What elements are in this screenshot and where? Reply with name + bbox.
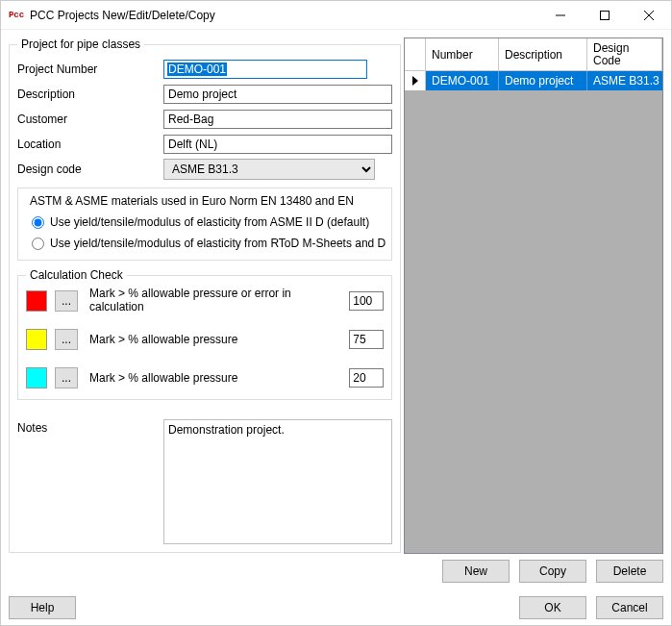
- calc-label-1: Mark > % allowable pressure or error in …: [86, 288, 341, 314]
- grid-cell-description: Demo project: [499, 71, 587, 90]
- app-icon: Pcc: [9, 8, 24, 23]
- svg-rect-1: [601, 11, 610, 19]
- customer-input[interactable]: [163, 110, 392, 129]
- minimize-button[interactable]: [538, 1, 583, 29]
- design-code-select[interactable]: ASME B31.3: [163, 159, 375, 180]
- project-number-value: DEMO-001: [167, 63, 227, 76]
- calc-value-3[interactable]: [349, 368, 384, 388]
- label-notes: Notes: [17, 419, 160, 544]
- label-location: Location: [17, 138, 160, 151]
- calc-check-title: Calculation Check: [26, 268, 127, 282]
- help-button[interactable]: Help: [9, 596, 76, 619]
- copy-button[interactable]: Copy: [519, 560, 586, 583]
- grid-cell-number: DEMO-001: [426, 71, 499, 90]
- maximize-button[interactable]: [583, 1, 627, 29]
- grid-header-code[interactable]: Design Code: [587, 38, 662, 71]
- projects-grid[interactable]: Number Description Design Code DEMO-001 …: [404, 38, 663, 554]
- materials-radio-asme[interactable]: [32, 216, 44, 229]
- calc-color-red[interactable]: [26, 290, 47, 312]
- grid-cell-code: ASME B31.3: [587, 71, 662, 90]
- label-description: Description: [17, 88, 160, 101]
- delete-button[interactable]: Delete: [596, 560, 663, 583]
- cancel-button[interactable]: Cancel: [596, 596, 663, 619]
- materials-header: ASTM & ASME materials used in Euro Norm …: [24, 192, 386, 212]
- grid-row-marker: [405, 71, 426, 90]
- close-button[interactable]: [627, 1, 671, 29]
- project-groupbox: Project for pipe classes Project Number …: [9, 38, 401, 553]
- calc-color-pick-cyan[interactable]: ...: [55, 367, 78, 388]
- calc-color-cyan[interactable]: [26, 367, 47, 388]
- project-number-input[interactable]: DEMO-001: [163, 60, 367, 79]
- location-input[interactable]: [163, 135, 392, 154]
- grid-row[interactable]: DEMO-001 Demo project ASME B31.3: [405, 71, 662, 90]
- calc-check-groupbox: Calculation Check ... Mark > % allowable…: [17, 268, 392, 400]
- description-input[interactable]: [163, 85, 392, 104]
- titlebar: Pcc PCC Projects New/Edit/Delete/Copy: [1, 1, 671, 30]
- calc-color-yellow[interactable]: [26, 329, 47, 350]
- window-title: PCC Projects New/Edit/Delete/Copy: [30, 9, 538, 22]
- calc-color-pick-yellow[interactable]: ...: [55, 329, 78, 350]
- grid-header-number[interactable]: Number: [426, 38, 499, 71]
- label-customer: Customer: [17, 113, 160, 126]
- new-button[interactable]: New: [442, 560, 510, 583]
- label-project-number: Project Number: [17, 63, 160, 76]
- calc-label-2: Mark > % allowable pressure: [86, 333, 341, 346]
- calc-value-2[interactable]: [349, 330, 384, 349]
- notes-textarea[interactable]: Demonstration project.: [163, 419, 392, 544]
- grid-header-description[interactable]: Description: [499, 38, 587, 71]
- current-row-icon: [412, 76, 418, 86]
- materials-radio-rtod[interactable]: [32, 238, 44, 250]
- materials-radio-asme-label: Use yield/tensile/modulus of elasticity …: [50, 215, 369, 229]
- calc-label-3: Mark > % allowable pressure: [86, 371, 341, 385]
- materials-groupbox: ASTM & ASME materials used in Euro Norm …: [17, 188, 392, 261]
- calc-value-1[interactable]: [349, 291, 384, 311]
- calc-color-pick-red[interactable]: ...: [55, 290, 78, 312]
- label-design-code: Design code: [17, 163, 160, 176]
- grid-corner: [405, 38, 426, 71]
- project-groupbox-title: Project for pipe classes: [17, 38, 144, 51]
- ok-button[interactable]: OK: [519, 596, 586, 619]
- materials-radio-rtod-label: Use yield/tensile/modulus of elasticity …: [50, 237, 386, 250]
